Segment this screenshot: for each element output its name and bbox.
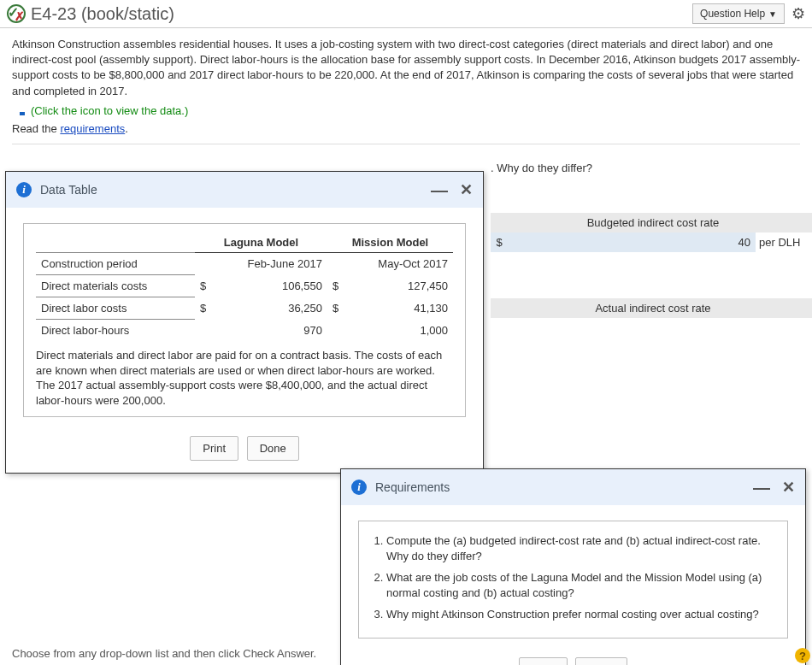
list-item: Why might Atkinson Construction prefer n…	[386, 607, 775, 622]
read-requirements: Read the requirements.	[12, 122, 800, 135]
question-status-icon	[7, 4, 26, 23]
data-dialog-header[interactable]: i Data Table — ✕	[6, 172, 483, 208]
minimize-icon[interactable]: —	[431, 187, 448, 192]
table-row: Direct materials costs $ 106,550 $ 127,4…	[36, 275, 453, 297]
page-title: E4-23 (book/static)	[31, 4, 174, 24]
list-item: What are the job costs of the Laguna Mod…	[386, 570, 775, 600]
budgeted-rate-row: $ 40 per DLH	[491, 232, 812, 252]
budgeted-rate-currency: $	[491, 232, 508, 252]
done-button[interactable]: Done	[575, 657, 627, 665]
requirements-dialog: i Requirements — ✕ Compute the (a) budge…	[340, 468, 806, 665]
table-row: Direct labor-hours 970 1,000	[36, 320, 453, 342]
why-differ-text: . Why do they differ?	[491, 162, 592, 174]
budgeted-rate-value[interactable]: 40	[508, 232, 756, 252]
data-hint-text: (Click the icon to view the data.)	[31, 104, 188, 117]
data-dialog-body: Laguna Model Mission Model Construction …	[6, 208, 483, 429]
help-bubble-icon[interactable]: ?	[795, 648, 810, 663]
table-icon	[12, 104, 26, 116]
minimize-icon[interactable]: —	[753, 485, 770, 490]
header-left: E4-23 (book/static)	[7, 4, 174, 24]
header-bar: E4-23 (book/static) Question Help ▼ ⚙	[0, 0, 812, 28]
requirements-link[interactable]: requirements	[60, 122, 125, 135]
req-dialog-title: Requirements	[375, 480, 450, 494]
read-suffix: .	[125, 122, 128, 135]
print-button[interactable]: Print	[190, 436, 238, 461]
info-icon: i	[16, 182, 32, 197]
requirements-list: Compute the (a) budgeted indirect-cost r…	[386, 533, 775, 622]
req-dialog-body: Compute the (a) budgeted indirect-cost r…	[341, 505, 805, 650]
budgeted-rate-unit: per DLH	[756, 232, 812, 252]
data-hint[interactable]: (Click the icon to view the data.)	[12, 104, 800, 117]
data-table-dialog: i Data Table — ✕ Laguna Model Mission Mo…	[5, 171, 484, 474]
header-right: Question Help ▼ ⚙	[692, 3, 805, 24]
actual-rate-header: Actual indirect cost rate	[491, 298, 812, 318]
req-box: Compute the (a) budgeted indirect-cost r…	[358, 521, 788, 639]
data-table: Laguna Model Mission Model Construction …	[36, 232, 453, 341]
list-item: Compute the (a) budgeted indirect-cost r…	[386, 533, 775, 563]
done-button[interactable]: Done	[247, 436, 299, 461]
req-dialog-header[interactable]: i Requirements — ✕	[341, 469, 805, 505]
col-laguna: Laguna Model	[195, 232, 327, 253]
budgeted-rate-header: Budgeted indirect cost rate	[491, 213, 812, 232]
data-note: Direct materials and direct labor are pa…	[36, 348, 453, 408]
col-mission: Mission Model	[327, 232, 453, 253]
data-dialog-footer: Print Done	[6, 429, 483, 473]
budgeted-rate-box: Budgeted indirect cost rate $ 40 per DLH	[491, 213, 812, 252]
data-table-box: Laguna Model Mission Model Construction …	[23, 223, 466, 417]
separator	[12, 144, 800, 144]
close-icon[interactable]: ✕	[782, 478, 795, 497]
problem-text: Atkinson Construction assembles resident…	[12, 37, 800, 99]
question-help-button[interactable]: Question Help ▼	[692, 3, 785, 24]
footer-hint: Choose from any drop-down list and then …	[12, 647, 316, 660]
question-help-label: Question Help	[700, 8, 765, 20]
close-icon[interactable]: ✕	[460, 180, 473, 199]
req-dialog-footer: Print Done	[341, 650, 805, 665]
read-prefix: Read the	[12, 122, 60, 135]
chevron-down-icon: ▼	[768, 9, 777, 19]
table-row: Construction period Feb-June 2017 May-Oc…	[36, 253, 453, 275]
gear-icon[interactable]: ⚙	[791, 4, 805, 23]
info-icon: i	[351, 480, 367, 495]
print-button[interactable]: Print	[519, 657, 568, 665]
actual-rate-box: Actual indirect cost rate	[491, 298, 812, 318]
data-dialog-title: Data Table	[40, 183, 97, 197]
table-row: Direct labor costs $ 36,250 $ 41,130	[36, 297, 453, 320]
